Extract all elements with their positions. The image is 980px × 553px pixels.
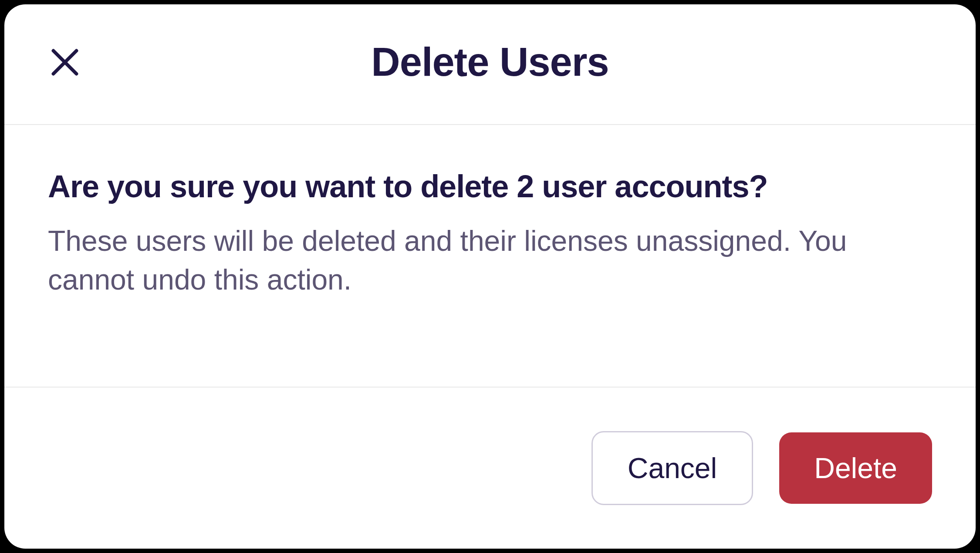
confirmation-question: Are you sure you want to delete 2 user a…	[48, 169, 932, 204]
delete-button[interactable]: Delete	[779, 432, 932, 504]
confirmation-description: These users will be deleted and their li…	[48, 222, 932, 299]
dialog-title: Delete Users	[48, 39, 932, 85]
dialog-body: Are you sure you want to delete 2 user a…	[4, 125, 976, 388]
cancel-button[interactable]: Cancel	[591, 431, 753, 505]
close-icon	[48, 45, 82, 79]
close-button[interactable]	[48, 45, 82, 79]
dialog-footer: Cancel Delete	[4, 388, 976, 549]
delete-users-dialog: Delete Users Are you sure you want to de…	[4, 4, 976, 549]
dialog-header: Delete Users	[4, 4, 976, 125]
